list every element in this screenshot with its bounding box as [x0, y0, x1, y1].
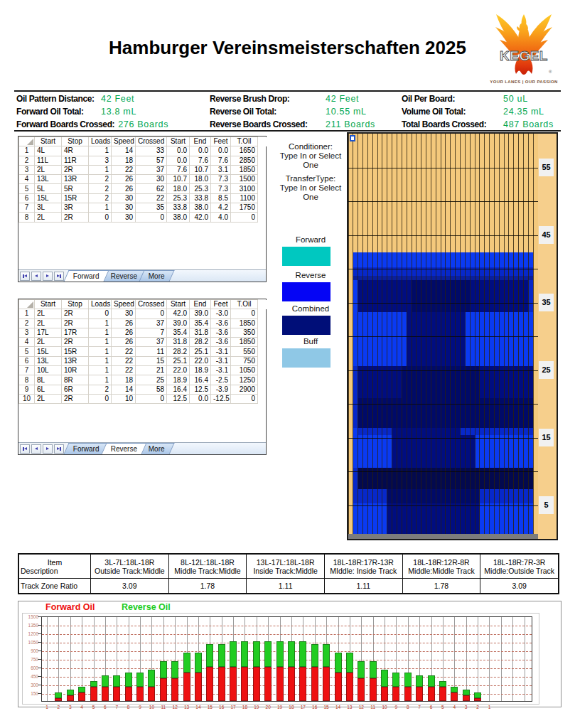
cell[interactable]: 8R [62, 375, 89, 385]
cell[interactable]: 5R [62, 184, 89, 193]
cell[interactable]: 16.4 [167, 385, 190, 394]
cell[interactable]: 18.9 [190, 366, 211, 375]
cell[interactable]: 4R [62, 146, 89, 156]
cell[interactable]: 37 [136, 318, 167, 328]
row-number[interactable]: 6 [19, 356, 35, 365]
column-header[interactable]: Start [167, 300, 190, 309]
column-header[interactable]: Start [35, 300, 62, 309]
cell[interactable]: 18.0 [190, 175, 211, 184]
cell[interactable]: 30 [136, 175, 167, 184]
cell[interactable]: 4.0 [211, 213, 231, 222]
cell[interactable]: 2R [62, 318, 89, 328]
cell[interactable]: 10L [35, 366, 62, 375]
cell[interactable]: 33.8 [167, 203, 190, 213]
cell[interactable]: -3.6 [211, 328, 231, 337]
row-number[interactable]: 8 [19, 213, 35, 222]
cell[interactable]: 26 [112, 338, 136, 347]
tab-reverse[interactable]: Reverse [101, 443, 146, 454]
row-number[interactable]: 4 [19, 338, 35, 347]
cell[interactable]: 16.4 [190, 375, 211, 385]
cell[interactable]: 1 [89, 328, 112, 337]
cell[interactable]: 3R [62, 203, 89, 213]
column-header[interactable]: Crossed [136, 300, 167, 309]
cell[interactable]: 1 [89, 318, 112, 328]
cell[interactable]: 11R [62, 156, 89, 165]
next-sheet-button[interactable] [43, 272, 53, 281]
cell[interactable]: 25 [136, 375, 167, 385]
cell[interactable]: 8.5 [211, 193, 231, 203]
cell[interactable]: 1100 [231, 193, 258, 203]
cell[interactable]: 1850 [231, 165, 258, 174]
cell[interactable]: 0 [89, 213, 112, 222]
cell[interactable]: 22 [112, 165, 136, 174]
cell[interactable]: 0 [136, 309, 167, 318]
cell[interactable]: 2R [62, 213, 89, 222]
row-number[interactable]: 3 [19, 165, 35, 174]
cell[interactable]: 2L [35, 394, 62, 403]
cell[interactable]: 7.6 [211, 156, 231, 165]
cell[interactable]: 18 [112, 156, 136, 165]
cell[interactable]: 33.8 [190, 193, 211, 203]
cell[interactable]: 12.5 [190, 385, 211, 394]
cell[interactable]: 7.3 [211, 175, 231, 184]
cell[interactable]: 26 [112, 318, 136, 328]
cell[interactable]: 3L [35, 203, 62, 213]
cell[interactable]: 7.6 [167, 165, 190, 174]
cell[interactable]: 14 [112, 146, 136, 156]
cell[interactable]: 17R [62, 328, 89, 337]
cell[interactable]: 1 [89, 338, 112, 347]
cell[interactable]: 2 [89, 385, 112, 394]
cell[interactable]: -3.6 [211, 318, 231, 328]
cell[interactable]: 25.1 [167, 356, 190, 365]
prev-sheet-button[interactable] [31, 444, 41, 454]
cell[interactable]: 15 [136, 356, 167, 365]
cell[interactable]: 10.7 [167, 175, 190, 184]
cell[interactable]: 22 [112, 356, 136, 365]
cell[interactable]: 2L [35, 318, 62, 328]
cell[interactable]: 31.8 [190, 328, 211, 337]
cell[interactable]: 1 [89, 203, 112, 213]
cell[interactable]: 7.3 [211, 184, 231, 193]
cell[interactable]: 350 [231, 328, 258, 337]
cell[interactable]: 25.1 [190, 347, 211, 356]
last-sheet-button[interactable] [54, 444, 64, 454]
cell[interactable]: 22.0 [190, 356, 211, 365]
column-header[interactable]: T.Oil [231, 137, 258, 146]
column-header[interactable]: Stop [62, 300, 89, 309]
cell[interactable]: 15L [35, 347, 62, 356]
row-number[interactable]: 10 [19, 394, 35, 403]
cell[interactable]: 750 [231, 356, 258, 365]
cell[interactable]: 17L [35, 328, 62, 337]
cell[interactable]: 0.0 [190, 394, 211, 403]
cell[interactable]: 1 [89, 146, 112, 156]
cell[interactable]: 14 [112, 385, 136, 394]
cell[interactable]: 2850 [231, 156, 258, 165]
cell[interactable]: 7.6 [190, 156, 211, 165]
cell[interactable]: 58 [136, 385, 167, 394]
cell[interactable]: 38.0 [167, 213, 190, 222]
cell[interactable]: 35.4 [190, 318, 211, 328]
cell[interactable]: 25.3 [190, 184, 211, 193]
cell[interactable]: 2R [62, 394, 89, 403]
cell[interactable]: 37 [136, 165, 167, 174]
cell[interactable]: 1850 [231, 338, 258, 347]
cell[interactable]: 1250 [231, 375, 258, 385]
cell[interactable]: 1850 [231, 318, 258, 328]
cell[interactable]: 0.0 [167, 156, 190, 165]
row-number[interactable]: 1 [19, 309, 35, 318]
cell[interactable]: 10.7 [190, 165, 211, 174]
cell[interactable]: 1 [89, 165, 112, 174]
cell[interactable]: 2R [62, 309, 89, 318]
cell[interactable]: 42.0 [190, 213, 211, 222]
select-all-corner[interactable] [19, 137, 35, 146]
cell[interactable]: -3.0 [211, 309, 231, 318]
first-sheet-button[interactable] [20, 272, 30, 281]
cell[interactable]: 1 [89, 366, 112, 375]
cell[interactable]: 1 [89, 375, 112, 385]
row-number[interactable]: 4 [19, 175, 35, 184]
cell[interactable]: 4.2 [211, 203, 231, 213]
cell[interactable]: 0 [231, 213, 258, 222]
last-sheet-button[interactable] [54, 272, 64, 281]
cell[interactable]: 2900 [231, 385, 258, 394]
cell[interactable]: 1 [89, 347, 112, 356]
